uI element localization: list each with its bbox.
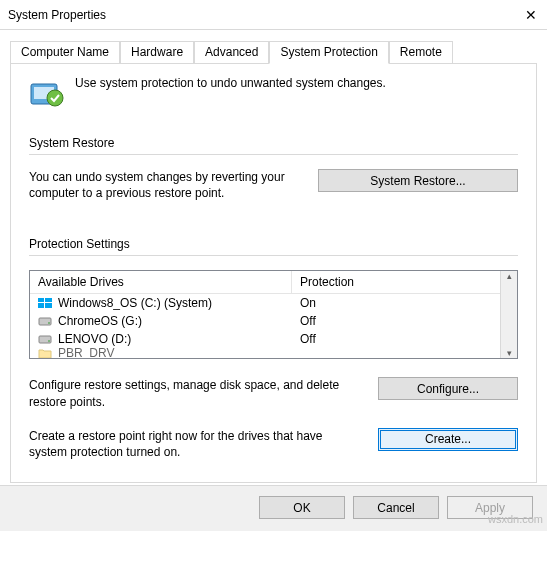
drive-name: ChromeOS (G:): [58, 314, 142, 328]
restore-header: System Restore: [29, 136, 518, 150]
drive-name: PBR_DRV: [58, 348, 114, 358]
create-button[interactable]: Create...: [378, 428, 518, 451]
ok-button[interactable]: OK: [259, 496, 345, 519]
svg-rect-3: [38, 298, 44, 302]
configure-row: Configure restore settings, manage disk …: [29, 377, 518, 409]
tab-hardware[interactable]: Hardware: [120, 41, 194, 64]
tab-strip: Computer Name Hardware Advanced System P…: [10, 41, 537, 64]
create-row: Create a restore point right now for the…: [29, 428, 518, 460]
svg-rect-4: [45, 298, 52, 302]
table-header: Available Drives Protection: [30, 271, 500, 294]
svg-point-8: [48, 322, 50, 324]
drive-status: Off: [292, 313, 500, 329]
restore-row: You can undo system changes by reverting…: [29, 169, 518, 201]
drive-name: LENOVO (D:): [58, 332, 131, 346]
restore-text: You can undo system changes by reverting…: [29, 169, 298, 201]
divider: [29, 255, 518, 256]
intro-row: Use system protection to undo unwanted s…: [29, 76, 518, 112]
intro-text: Use system protection to undo unwanted s…: [75, 76, 386, 90]
tab-advanced[interactable]: Advanced: [194, 41, 269, 64]
hdd-icon: [38, 314, 52, 328]
svg-rect-6: [45, 303, 52, 308]
svg-point-10: [48, 340, 50, 342]
tab-computer-name[interactable]: Computer Name: [10, 41, 120, 64]
apply-button[interactable]: Apply: [447, 496, 533, 519]
close-icon[interactable]: ✕: [497, 7, 537, 23]
table-row[interactable]: Windows8_OS (C:) (System) On: [30, 294, 500, 312]
table-row[interactable]: ChromeOS (G:) Off: [30, 312, 500, 330]
scrollbar[interactable]: ▴ ▾: [500, 271, 517, 358]
protection-header: Protection Settings: [29, 237, 518, 251]
drives-table: Available Drives Protection Windows8_OS …: [29, 270, 518, 359]
scroll-down-icon[interactable]: ▾: [507, 348, 512, 358]
table-row[interactable]: PBR_DRV: [30, 348, 500, 358]
col-protection[interactable]: Protection: [292, 271, 500, 293]
windows-drive-icon: [38, 296, 52, 310]
create-text: Create a restore point right now for the…: [29, 428, 358, 460]
drive-status: Off: [292, 331, 500, 347]
cancel-button[interactable]: Cancel: [353, 496, 439, 519]
drive-status: [292, 352, 500, 354]
drive-name: Windows8_OS (C:) (System): [58, 296, 212, 310]
drive-status: On: [292, 295, 500, 311]
dialog-footer: OK Cancel Apply: [0, 485, 547, 531]
folder-icon: [38, 348, 52, 358]
hdd-icon: [38, 332, 52, 346]
configure-text: Configure restore settings, manage disk …: [29, 377, 358, 409]
titlebar: System Properties ✕: [0, 0, 547, 30]
system-protection-icon: [29, 76, 65, 112]
dialog-content: Computer Name Hardware Advanced System P…: [0, 30, 547, 483]
divider: [29, 154, 518, 155]
tab-remote[interactable]: Remote: [389, 41, 453, 64]
tab-panel: Use system protection to undo unwanted s…: [10, 63, 537, 483]
configure-button[interactable]: Configure...: [378, 377, 518, 400]
svg-point-2: [47, 90, 63, 106]
scroll-up-icon[interactable]: ▴: [507, 271, 512, 281]
system-restore-button[interactable]: System Restore...: [318, 169, 518, 192]
window-title: System Properties: [8, 8, 106, 22]
tab-system-protection[interactable]: System Protection: [269, 41, 388, 64]
col-available-drives[interactable]: Available Drives: [30, 271, 292, 293]
table-row[interactable]: LENOVO (D:) Off: [30, 330, 500, 348]
svg-rect-5: [38, 303, 44, 308]
